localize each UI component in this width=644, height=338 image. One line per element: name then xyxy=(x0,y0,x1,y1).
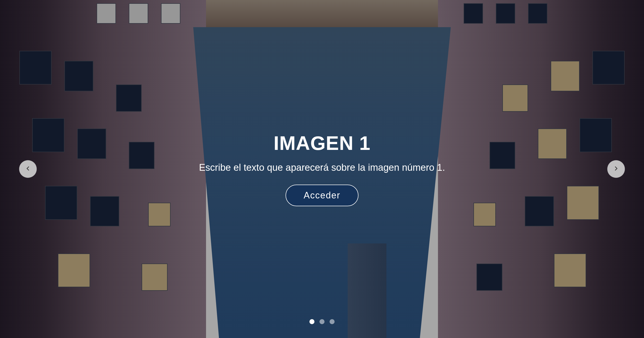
carousel-next-button[interactable] xyxy=(607,160,625,178)
carousel-indicators xyxy=(309,319,335,324)
slide-content: IMAGEN 1 Escribe el texto que aparecerá … xyxy=(64,132,580,206)
hero-carousel: IMAGEN 1 Escribe el texto que aparecerá … xyxy=(0,0,644,338)
carousel-indicator-dot[interactable] xyxy=(319,319,325,324)
carousel-indicator-dot[interactable] xyxy=(309,319,314,324)
chevron-left-icon xyxy=(24,164,32,174)
cta-button[interactable]: Acceder xyxy=(286,185,358,206)
carousel-indicator-dot[interactable] xyxy=(330,319,335,324)
slide-subtitle: Escribe el texto que aparecerá sobre la … xyxy=(64,162,580,173)
carousel-prev-button[interactable] xyxy=(19,160,37,178)
chevron-right-icon xyxy=(612,164,620,174)
slide-title: IMAGEN 1 xyxy=(64,132,580,155)
